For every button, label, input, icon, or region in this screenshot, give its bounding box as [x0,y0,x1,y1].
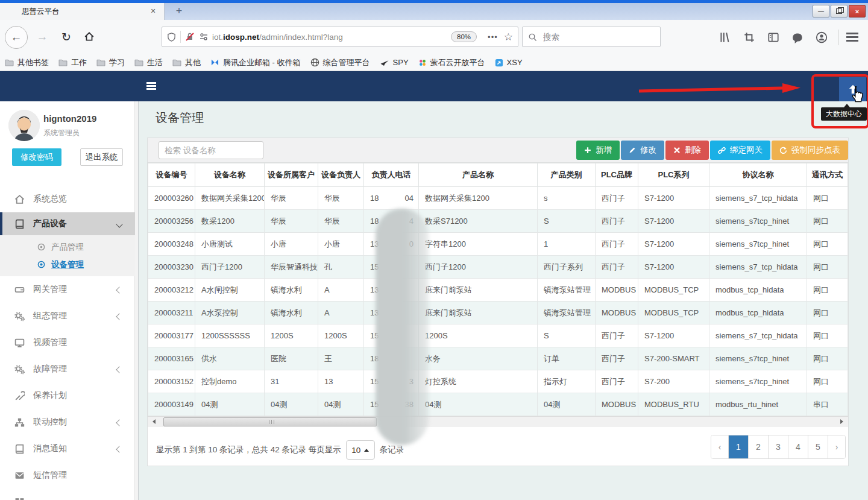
sidebar-item-linkage[interactable]: 联动控制 [0,409,135,435]
url-text[interactable]: iot.idosp.net/admin/index.html?lang [212,33,445,42]
window-restore-button[interactable] [831,5,848,17]
bookmark-item[interactable]: SPY [380,58,409,67]
scroll-left-arrow[interactable] [149,417,159,426]
permissions-icon[interactable] [199,32,209,42]
table-row[interactable]: 200003230 西门子1200 华辰智通科技 孔 15 西门子1200 西门… [148,256,848,279]
new-tab-button[interactable]: + [170,3,188,20]
envelope-icon [14,470,25,481]
window-close-button[interactable]: × [849,5,866,17]
table-header-cell[interactable]: 设备所属客户 [265,163,318,187]
table-header-cell[interactable]: 协议名称 [709,163,807,187]
page-button[interactable]: 3 [768,435,788,458]
home-button[interactable] [78,26,100,48]
reload-button[interactable]: ↻ [55,26,77,48]
chat-icon[interactable] [791,31,804,44]
cell-product: 西门子1200 [419,256,538,279]
sidebar-item-maintenance[interactable]: 保养计划 [0,382,135,409]
table-header-cell[interactable]: PLC品牌 [596,163,638,187]
table-row[interactable]: 200003152 控制demo 31 13 153 灯控系统 指示灯 西门子 … [148,370,848,393]
folder-icon [58,59,68,66]
browser-search-bar[interactable] [522,27,661,47]
table-header-cell[interactable]: 设备负责人 [318,163,364,187]
change-password-button[interactable]: 修改密码 [12,148,61,166]
table-row[interactable]: 200003149 04测 04测 04测 1538 04测 04测 MODBU… [148,393,848,416]
cell-plc-brand: MODBUS [596,393,638,416]
table-row[interactable]: 200003256 数采1200 华辰 华辰 184 数采S71200 S 西门… [148,210,848,233]
bookmark-folder[interactable]: 其他 [172,57,201,68]
next-page-button[interactable]: › [828,435,845,458]
edit-button[interactable]: 修改 [621,141,664,160]
bookmark-folder[interactable]: 生活 [134,57,163,68]
screenshot-icon[interactable] [743,31,756,44]
tab-close-icon[interactable]: × [148,7,158,16]
menu-button[interactable] [846,33,858,41]
sidebar-toggle-button[interactable] [146,82,156,90]
device-search-input[interactable] [159,141,263,159]
cell-category: 订单 [538,347,596,370]
bookmark-item[interactable]: 综合管理平台 [310,57,370,68]
zoom-badge[interactable]: 80% [451,31,477,42]
table-header-cell[interactable]: 负责人电话 [364,163,419,187]
page-size-select[interactable]: 10 [346,440,375,460]
page-button[interactable]: 4 [788,435,808,458]
prev-page-button[interactable]: ‹ [711,435,728,458]
add-button[interactable]: 新增 [576,141,620,160]
bookmark-item[interactable]: 萤石云开放平台 [418,57,485,68]
table-header-cell[interactable]: 设备名称 [195,163,265,187]
sidebar-item-device-mgmt[interactable]: 设备管理 [0,256,135,273]
table-header-cell[interactable]: 产品名称 [419,163,538,187]
table-header-cell[interactable]: 通讯方式 [807,163,848,187]
bind-gateway-button[interactable]: 绑定网关 [710,141,770,160]
account-icon[interactable] [815,31,828,44]
table-row[interactable]: 200003212 A水闸控制 镇海水利 A 13 庶来门前泵站 镇海泵站管理 … [148,279,848,302]
library-icon[interactable] [719,31,732,44]
bookmark-item[interactable]: XSY [495,58,523,67]
table-header-cell[interactable]: 设备编号 [148,163,195,187]
browser-search-input[interactable] [542,32,641,42]
page-actions-icon[interactable]: ••• [488,33,498,42]
table-row[interactable]: 200003177 1200SSSSSS 1200S 1200S 15 1200… [148,324,848,347]
page-button[interactable]: 5 [808,435,828,458]
table-header-cell[interactable]: 产品类别 [538,163,596,187]
force-sync-button[interactable]: 强制同步点表 [772,141,848,160]
delete-button[interactable]: 删除 [665,141,709,160]
logout-button[interactable]: 退出系统 [80,148,123,166]
sidebar-item-product-mgmt[interactable]: 产品管理 [0,238,135,256]
sidebar-item-partial[interactable] [0,489,135,500]
browser-tab[interactable]: 思普云平台 × [0,3,165,20]
horizontal-scrollbar[interactable] [148,416,848,427]
page-button[interactable]: 1 [728,435,748,458]
table-row[interactable]: 200003165 供水 医院 王 18 水务 订单 西门子 S7-200-SM… [148,347,848,370]
sidebar-item-overview[interactable]: 系统总览 [0,186,135,212]
bookmark-star-icon[interactable]: ☆ [504,31,513,43]
sidebar-item-config[interactable]: 组态管理 [0,303,135,329]
lock-slash-icon[interactable] [185,32,195,42]
forward-button[interactable]: → [31,26,53,48]
device-table: 设备编号 设备名称 设备所属客户 设备负责人 负责人电话 产品名称 产品类别 P… [148,163,848,416]
sidebar-item-gateway[interactable]: 网关管理 [0,276,135,303]
window-minimize-button[interactable]: — [813,5,829,17]
table-row[interactable]: 200003211 A水泵控制 镇海水利 A 13 庶来门前泵站 镇海泵站管理 … [148,302,848,324]
table-row[interactable]: 200003248 小唐测试 小唐 小唐 130 字符串1200 1 西门子 S… [148,233,848,256]
table-header-cell[interactable]: PLC系列 [638,163,709,187]
sidebar-item-video[interactable]: 视频管理 [0,329,135,356]
bookmark-folder[interactable]: 其他书签 [5,57,49,68]
sidebar-item-sms[interactable]: 短信管理 [0,462,135,489]
sidebar-item-notice[interactable]: 消息通知 [0,435,135,462]
sidebar-item-product-device[interactable]: 产品设备 [0,212,135,235]
scroll-right-arrow[interactable] [837,417,847,426]
table-row[interactable]: 200003260 数据网关采集1200 华辰 华辰 1804 数据网关采集12… [148,187,848,210]
back-button[interactable]: ← [5,26,28,49]
sidebar-item-fault[interactable]: 故障管理 [0,356,135,382]
bookmark-item[interactable]: 腾讯企业邮箱 - 收件箱 [210,57,301,68]
url-bar[interactable]: iot.idosp.net/admin/index.html?lang 80% … [162,27,518,47]
page-button[interactable]: 2 [748,435,768,458]
bookmark-folder[interactable]: 工作 [58,57,87,68]
bookmark-folder[interactable]: 学习 [96,57,125,68]
cell-plc-series: MODBUS_RTU [638,393,709,416]
cell-device-name: 控制demo [195,370,265,393]
boxes-icon [14,497,25,500]
sidebars-icon[interactable] [767,31,780,44]
cell-comm: 网口 [807,302,848,324]
scroll-thumb[interactable] [163,417,377,426]
